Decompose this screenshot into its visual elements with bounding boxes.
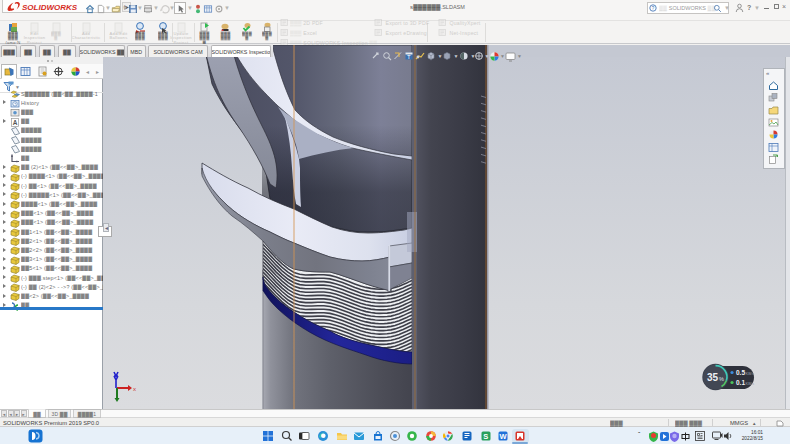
svg-text:?: ? bbox=[652, 5, 655, 11]
svg-text:0.1: 0.1 bbox=[736, 379, 745, 386]
svg-text:A: A bbox=[13, 119, 18, 126]
svg-text:S: S bbox=[483, 432, 488, 441]
svg-text:35: 35 bbox=[707, 372, 719, 383]
svg-text:W: W bbox=[499, 432, 507, 441]
svg-text:0.5: 0.5 bbox=[736, 369, 745, 376]
svg-text:%: % bbox=[719, 376, 724, 382]
svg-text:SOLIDWORKS: SOLIDWORKS bbox=[22, 3, 78, 12]
svg-text:T: T bbox=[407, 54, 411, 60]
svg-text:KB/s: KB/s bbox=[746, 381, 754, 386]
svg-text:x: x bbox=[133, 386, 136, 392]
svg-text:KB/s: KB/s bbox=[746, 371, 754, 376]
